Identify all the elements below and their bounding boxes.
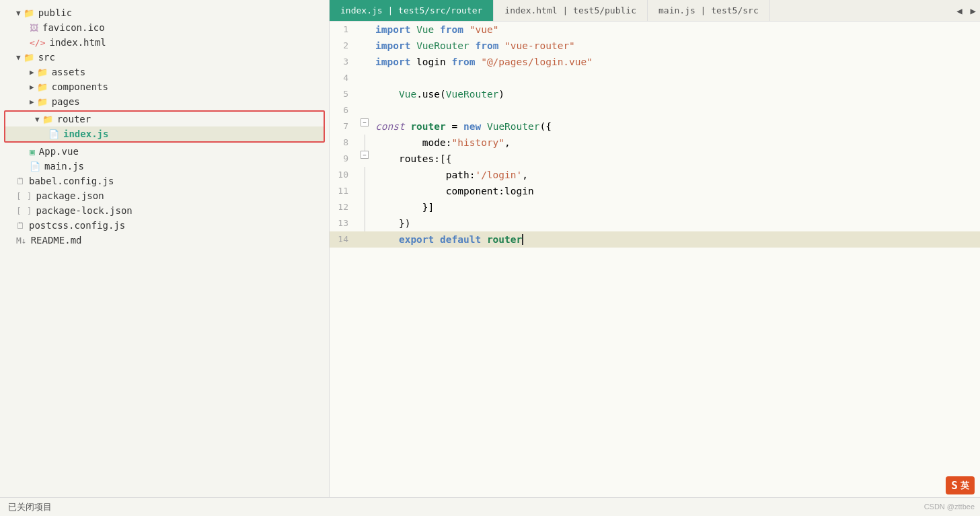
tab-router-index[interactable]: index.js | test5/src/router (330, 0, 494, 21)
line-content-2: import VueRouter from "vue-router" (370, 38, 980, 54)
line-gutter-7: − (359, 118, 370, 126)
line-num-2: 2 (330, 38, 359, 54)
tree-item-components[interactable]: ▶ 📁 components (0, 79, 329, 94)
line-num-8: 8 (330, 135, 359, 151)
line-gutter-11 (359, 183, 370, 199)
code-line-8: 8 mode:"history", (330, 135, 980, 151)
code-line-7: 7 − const router = new VueRouter({ (330, 118, 980, 135)
line-content-13: }) (370, 215, 980, 231)
tree-item-app-vue[interactable]: ▣ App.vue (0, 144, 329, 159)
code-panel: index.js | test5/src/router index.html |… (330, 0, 980, 497)
line-num-10: 10 (330, 167, 359, 183)
label-public: public (38, 7, 73, 18)
arrow-components: ▶ (30, 83, 34, 91)
line-num-11: 11 (330, 183, 359, 199)
label-components: components (52, 81, 108, 92)
tree-item-postcss-config[interactable]: 🗒 postcss.config.js (0, 218, 329, 233)
line-content-8: mode:"history", (370, 135, 980, 151)
tree-item-package-json[interactable]: [ ] package.json (0, 188, 329, 203)
sogou-label: 英 (960, 480, 969, 492)
tree-item-router-index[interactable]: 📄 index.js (5, 126, 324, 141)
tree-item-router[interactable]: ▼ 📁 router (5, 112, 324, 126)
label-postcss-config: postcss.config.js (29, 220, 125, 231)
code-line-9: 9 − routes:[{ (330, 151, 980, 167)
line-num-9: 9 (330, 151, 359, 167)
tree-item-public[interactable]: ▼ 📁 public (0, 5, 329, 20)
tree-item-pages[interactable]: ▶ 📁 pages (0, 94, 329, 109)
folder-icon-src: 📁 (24, 52, 34, 63)
label-package-json: package.json (36, 190, 104, 201)
arrow-pages: ▶ (30, 98, 34, 106)
tree-item-src[interactable]: ▼ 📁 src (0, 50, 329, 65)
code-line-4: 4 (330, 70, 980, 86)
label-main-js: main.js (44, 161, 84, 172)
tab-router-index-label: index.js | test5/src/router (340, 5, 482, 15)
tab-next-btn[interactable]: ▶ (967, 5, 980, 16)
label-package-lock-json: package-lock.json (36, 205, 132, 216)
tab-index-html[interactable]: index.html | test5/public (494, 0, 648, 21)
label-assets: assets (52, 67, 86, 77)
status-text: 已关闭项目 (8, 501, 52, 513)
code-editor[interactable]: 1 import Vue from "vue" 2 import VueRout… (330, 22, 980, 497)
folder-icon-public: 📁 (24, 8, 34, 18)
tree-item-package-lock-json[interactable]: [ ] package-lock.json (0, 203, 329, 218)
fold-icon-7[interactable]: − (361, 118, 369, 126)
line-num-5: 5 (330, 86, 359, 102)
tabs-bar: index.js | test5/src/router index.html |… (330, 0, 980, 22)
code-line-6: 6 (330, 102, 980, 118)
tab-main-js-label: main.js | test5/src (658, 5, 759, 15)
line-content-11: component:login (370, 183, 980, 199)
line-gutter-9: − (359, 151, 370, 159)
line-num-1: 1 (330, 22, 359, 38)
line-content-12: }] (370, 199, 980, 215)
watermark: CSDN @zttbee (924, 503, 975, 511)
label-favicon: favicon.ico (42, 22, 105, 33)
tree-item-assets[interactable]: ▶ 📁 assets (0, 65, 329, 79)
code-line-11: 11 component:login (330, 183, 980, 199)
label-index-html: index.html (49, 37, 106, 48)
tree-item-babel-config[interactable]: 🗒 babel.config.js (0, 174, 329, 188)
label-readme: README.md (31, 235, 82, 246)
code-line-14: 14 export default router (330, 231, 980, 248)
line-content-14: export default router (370, 231, 980, 248)
line-content-10: path:'/login', (370, 167, 980, 183)
file-icon-babel: 🗒 (16, 176, 25, 186)
folder-icon-assets: 📁 (37, 67, 48, 77)
line-num-14: 14 (330, 231, 359, 248)
code-line-10: 10 path:'/login', (330, 167, 980, 183)
sogou-ime-button[interactable]: S 英 (946, 476, 975, 494)
code-line-3: 3 import login from "@/pages/login.vue" (330, 54, 980, 70)
tree-item-readme[interactable]: M↓ README.md (0, 233, 329, 248)
line-content-1: import Vue from "vue" (370, 22, 980, 38)
file-icon-app-vue: ▣ (30, 147, 35, 157)
code-line-5: 5 Vue.use(VueRouter) (330, 86, 980, 102)
file-icon-favicon: 🖼 (30, 23, 38, 33)
code-line-13: 13 }) (330, 215, 980, 231)
arrow-public: ▼ (16, 9, 21, 17)
line-gutter-12 (359, 199, 370, 215)
tab-prev-btn[interactable]: ◀ (952, 5, 966, 16)
line-content-7: const router = new VueRouter({ (370, 118, 980, 135)
line-content-3: import login from "@/pages/login.vue" (370, 54, 980, 70)
line-gutter-10 (359, 167, 370, 183)
code-line-12: 12 }] (330, 199, 980, 215)
line-num-12: 12 (330, 199, 359, 215)
tree-item-favicon[interactable]: 🖼 favicon.ico (0, 20, 329, 35)
tabs-nav-right: ◀ ▶ (952, 0, 980, 21)
label-babel-config: babel.config.js (29, 176, 114, 186)
fold-icon-9[interactable]: − (361, 151, 369, 159)
label-router: router (57, 114, 91, 124)
file-icon-router-index: 📄 (48, 129, 59, 139)
line-num-13: 13 (330, 215, 359, 231)
tree-item-main-js[interactable]: 📄 main.js (0, 159, 329, 174)
folder-icon-components: 📁 (37, 82, 48, 92)
file-icon-package-lock: [ ] (16, 206, 32, 216)
line-content-5: Vue.use(VueRouter) (370, 86, 980, 102)
file-icon-main-js: 📄 (30, 161, 40, 172)
line-num-7: 7 (330, 118, 359, 135)
label-router-index: index.js (63, 128, 108, 139)
tab-main-js[interactable]: main.js | test5/src (648, 0, 770, 21)
tree-item-index-html[interactable]: </> index.html (0, 35, 329, 50)
folder-icon-pages: 📁 (37, 97, 48, 107)
line-num-3: 3 (330, 54, 359, 70)
